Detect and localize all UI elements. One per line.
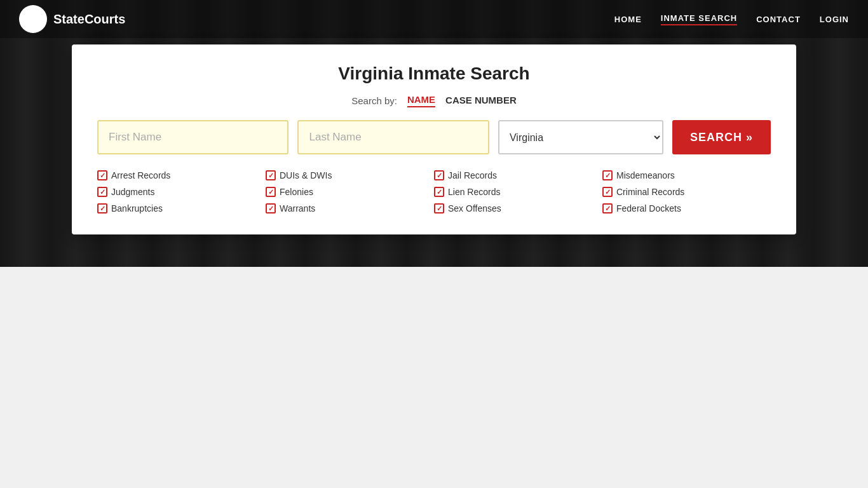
checkbox-icon (266, 170, 276, 180)
checkbox-icon (266, 203, 276, 214)
checkbox-item[interactable]: Felonies (266, 185, 434, 199)
checkbox-item[interactable]: Federal Dockets (602, 201, 771, 215)
checkbox-icon (97, 187, 107, 197)
checkbox-icon (602, 170, 613, 180)
nav-contact[interactable]: CONTACT (756, 15, 801, 24)
checkbox-item[interactable]: Bankruptcies (97, 201, 266, 215)
last-name-input[interactable] (297, 120, 489, 154)
search-by-row: Search by: NAME CASE NUMBER (97, 94, 771, 107)
state-select[interactable]: Virginia Alabama Alaska Arizona Arkansas… (498, 120, 663, 154)
checkbox-item[interactable]: Warrants (266, 201, 434, 215)
checkbox-label: Lien Records (448, 187, 501, 197)
search-by-label: Search by: (351, 95, 397, 106)
logo-icon: 🏛 (19, 5, 47, 33)
search-inputs-row: Virginia Alabama Alaska Arizona Arkansas… (97, 120, 771, 154)
search-button[interactable]: SEARCH » (672, 120, 771, 154)
nav-links: HOME INMATE SEARCH CONTACT LOGIN (614, 13, 849, 25)
checkbox-label: Arrest Records (111, 170, 170, 180)
checkbox-icon (97, 203, 107, 214)
search-card: Virginia Inmate Search Search by: NAME C… (72, 44, 796, 234)
checkboxes-grid: Arrest RecordsDUIs & DWIsJail RecordsMis… (97, 168, 771, 215)
tab-name[interactable]: NAME (407, 94, 435, 107)
checkbox-icon (434, 187, 444, 197)
checkbox-label: Judgments (111, 187, 154, 197)
checkbox-label: Misdemeanors (616, 170, 675, 180)
navbar: 🏛 StateCourts HOME INMATE SEARCH CONTACT… (0, 0, 868, 38)
checkbox-label: Bankruptcies (111, 203, 163, 214)
first-name-input[interactable] (97, 120, 288, 154)
site-logo[interactable]: 🏛 StateCourts (19, 5, 125, 33)
checkbox-icon (266, 187, 276, 197)
checkbox-label: Sex Offenses (448, 203, 501, 214)
checkbox-icon (602, 187, 613, 197)
nav-home[interactable]: HOME (614, 15, 642, 24)
checkbox-icon (602, 203, 613, 214)
nav-inmate-search[interactable]: INMATE SEARCH (661, 13, 737, 25)
checkbox-icon (97, 170, 107, 180)
checkbox-item[interactable]: Arrest Records (97, 168, 266, 182)
checkbox-label: DUIs & DWIs (280, 170, 332, 180)
checkbox-label: Criminal Records (616, 187, 684, 197)
checkbox-item[interactable]: Judgments (97, 185, 266, 199)
checkbox-label: Federal Dockets (616, 203, 681, 214)
nav-login[interactable]: LOGIN (820, 15, 849, 24)
card-title: Virginia Inmate Search (97, 64, 771, 84)
hero-section: COURTHOUSE 🏛 StateCourts HOME INMATE SEA… (0, 0, 868, 267)
checkbox-item[interactable]: DUIs & DWIs (266, 168, 434, 182)
tab-case-number[interactable]: CASE NUMBER (445, 95, 517, 107)
checkbox-item[interactable]: Criminal Records (602, 185, 771, 199)
checkbox-icon (434, 170, 444, 180)
checkbox-item[interactable]: Sex Offenses (434, 201, 602, 215)
checkbox-label: Jail Records (448, 170, 497, 180)
checkbox-label: Felonies (280, 187, 313, 197)
checkbox-item[interactable]: Lien Records (434, 185, 602, 199)
site-name: StateCourts (53, 12, 125, 27)
checkbox-label: Warrants (280, 203, 315, 214)
checkbox-item[interactable]: Misdemeanors (602, 168, 771, 182)
checkbox-item[interactable]: Jail Records (434, 168, 602, 182)
checkbox-icon (434, 203, 444, 214)
